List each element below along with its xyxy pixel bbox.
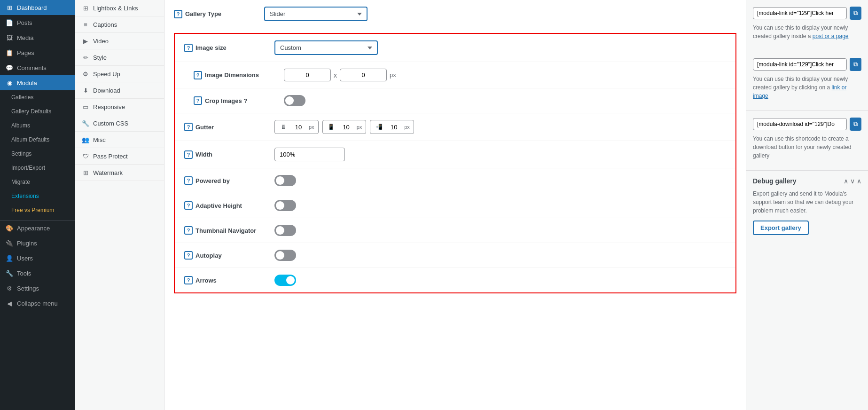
- gallery-type-help-icon[interactable]: ?: [174, 10, 182, 18]
- autoplay-help-icon[interactable]: ?: [184, 251, 193, 260]
- shortcode-input-2[interactable]: [753, 58, 847, 71]
- crop-images-label: Crop Images ?: [205, 97, 247, 104]
- arrows-label-wrap: ? Arrows: [184, 276, 269, 284]
- shortcode-input-3[interactable]: [753, 118, 847, 130]
- debug-expand-btn[interactable]: ∨: [850, 177, 855, 185]
- pages-icon: 📋: [6, 49, 13, 56]
- dimension-height-input[interactable]: [340, 69, 387, 81]
- thumbnail-navigator-label: Thumbnail Navigator: [195, 227, 256, 234]
- sidebar-item-dashboard[interactable]: ⊞ Dashboard: [0, 0, 75, 15]
- sub-item-captions[interactable]: ≡ Captions: [75, 16, 164, 33]
- width-help-icon[interactable]: ?: [184, 150, 193, 159]
- settings-bottom-label: Settings: [17, 285, 39, 292]
- crop-images-toggle[interactable]: [284, 95, 305, 106]
- sub-item-watermark-label: Watermark: [93, 169, 123, 176]
- gutter-desktop: 🖥 px: [274, 120, 319, 134]
- sub-item-speed-up[interactable]: ⚙ Speed Up: [75, 66, 164, 82]
- debug-collapse-btn[interactable]: ∧: [844, 177, 848, 185]
- image-size-help-icon[interactable]: ?: [184, 44, 193, 52]
- sidebar-item-modula[interactable]: ◉ Modula: [0, 75, 75, 90]
- sidebar-item-users[interactable]: 👤 Users: [0, 251, 75, 266]
- copy-btn-2[interactable]: ⧉: [850, 58, 861, 71]
- sidebar-item-appearance[interactable]: 🎨 Appearance: [0, 221, 75, 236]
- arrows-track: [274, 275, 296, 286]
- sub-item-custom-css-label: Custom CSS: [93, 120, 128, 127]
- crop-images-label-wrap: ? Crop Images ?: [194, 96, 278, 105]
- adaptive-height-toggle[interactable]: [274, 200, 296, 211]
- width-input[interactable]: [274, 148, 345, 161]
- sidebar-item-plugins[interactable]: 🔌 Plugins: [0, 236, 75, 251]
- sub-item-misc[interactable]: 👥 Misc: [75, 132, 164, 148]
- gallery-defaults-label: Gallery Defaults: [11, 108, 51, 115]
- captions-icon: ≡: [82, 21, 89, 28]
- post-page-link[interactable]: post or a page: [813, 33, 849, 39]
- debug-close-btn[interactable]: ∧: [857, 177, 861, 185]
- gutter-mobile-input[interactable]: [385, 124, 402, 131]
- thumbnail-navigator-toggle[interactable]: [274, 225, 296, 236]
- copy-btn-1[interactable]: ⧉: [850, 7, 861, 20]
- crop-images-help-icon[interactable]: ?: [194, 96, 202, 105]
- autoplay-track: [274, 250, 296, 261]
- powered-by-toggle[interactable]: [274, 175, 296, 186]
- sidebar-item-tools[interactable]: 🔧 Tools: [0, 266, 75, 281]
- thumbnail-navigator-help-icon[interactable]: ?: [184, 226, 193, 235]
- image-dimensions-label: Image Dimensions: [205, 71, 259, 79]
- debug-header: Debug gallery ∧ ∨ ∧: [753, 177, 861, 185]
- powered-by-row: ? Powered by: [175, 168, 735, 193]
- arrows-help-icon[interactable]: ?: [184, 276, 193, 284]
- autoplay-label-wrap: ? Autoplay: [184, 251, 269, 260]
- sidebar-item-collapse[interactable]: ◀ Collapse menu: [0, 296, 75, 311]
- shortcode-desc-1: You can use this to display your newly c…: [753, 24, 861, 40]
- import-export-label: Import/Export: [11, 165, 45, 171]
- adaptive-height-help-icon[interactable]: ?: [184, 201, 193, 210]
- autoplay-toggle[interactable]: [274, 250, 296, 261]
- sub-item-lightbox[interactable]: ⊞ Lightbox & Links: [75, 0, 164, 16]
- sidebar-item-galleries[interactable]: Galleries: [0, 90, 75, 104]
- arrows-toggle[interactable]: [274, 275, 296, 286]
- sidebar-item-import-export[interactable]: Import/Export: [0, 161, 75, 175]
- copy-btn-3[interactable]: ⧉: [850, 118, 861, 131]
- sub-item-speed-up-label: Speed Up: [93, 71, 120, 78]
- shortcode-input-1[interactable]: [753, 7, 847, 19]
- gutter-mobile: 📲 px: [370, 120, 414, 134]
- powered-by-help-icon[interactable]: ?: [184, 176, 193, 185]
- gutter-help-icon[interactable]: ?: [184, 123, 193, 131]
- galleries-label: Galleries: [11, 94, 33, 101]
- sidebar-item-media[interactable]: 🖼 Media: [0, 30, 75, 45]
- gallery-type-label-wrap: ? Gallery Type: [174, 10, 258, 18]
- sidebar-label-comments: Comments: [17, 64, 47, 71]
- sidebar-item-free-premium[interactable]: Free vs Premium: [0, 203, 75, 217]
- export-gallery-button[interactable]: Export gallery: [753, 221, 809, 235]
- adaptive-height-track: [274, 200, 296, 211]
- sub-item-watermark[interactable]: ⊞ Watermark: [75, 165, 164, 181]
- sub-item-video[interactable]: ▶ Video: [75, 33, 164, 49]
- powered-by-thumb: [276, 176, 284, 185]
- sidebar-item-settings[interactable]: Settings: [0, 147, 75, 161]
- sidebar-item-settings-main[interactable]: ⚙ Settings: [0, 281, 75, 296]
- dimension-width-input[interactable]: [284, 69, 331, 81]
- gallery-type-select[interactable]: Slider Grid Masonry Custom Grid: [264, 7, 368, 21]
- sidebar-item-gallery-defaults[interactable]: Gallery Defaults: [0, 104, 75, 118]
- sidebar-item-extensions[interactable]: Extensions: [0, 189, 75, 203]
- sub-item-captions-label: Captions: [93, 21, 117, 28]
- sub-item-style[interactable]: ✏ Style: [75, 49, 164, 66]
- sub-item-responsive-label: Responsive: [93, 103, 125, 110]
- sidebar-item-posts[interactable]: 📄 Posts: [0, 15, 75, 30]
- gutter-tablet-input[interactable]: [338, 124, 355, 131]
- image-dimensions-help-icon[interactable]: ?: [194, 71, 202, 79]
- sidebar-item-comments[interactable]: 💬 Comments: [0, 60, 75, 75]
- image-size-select[interactable]: Custom Thumbnail Medium Large Full: [274, 40, 378, 55]
- sub-item-pass-protect[interactable]: 🛡 Pass Protect: [75, 148, 164, 165]
- sidebar-item-album-defaults[interactable]: Album Defaults: [0, 133, 75, 147]
- sidebar-item-pages[interactable]: 📋 Pages: [0, 45, 75, 60]
- sub-item-download[interactable]: ⬇ Download: [75, 82, 164, 99]
- gutter-desktop-input[interactable]: [290, 124, 307, 131]
- sidebar-item-albums[interactable]: Albums: [0, 118, 75, 133]
- gutter-inputs: 🖥 px 📱 px 📲 px: [274, 120, 414, 134]
- sub-item-responsive[interactable]: ▭ Responsive: [75, 99, 164, 115]
- sidebar-item-migrate[interactable]: Migrate: [0, 175, 75, 189]
- shortcode-row-2: ⧉: [753, 58, 861, 71]
- debug-title: Debug gallery: [753, 177, 797, 185]
- album-defaults-label: Album Defaults: [11, 136, 49, 143]
- sub-item-custom-css[interactable]: 🔧 Custom CSS: [75, 115, 164, 132]
